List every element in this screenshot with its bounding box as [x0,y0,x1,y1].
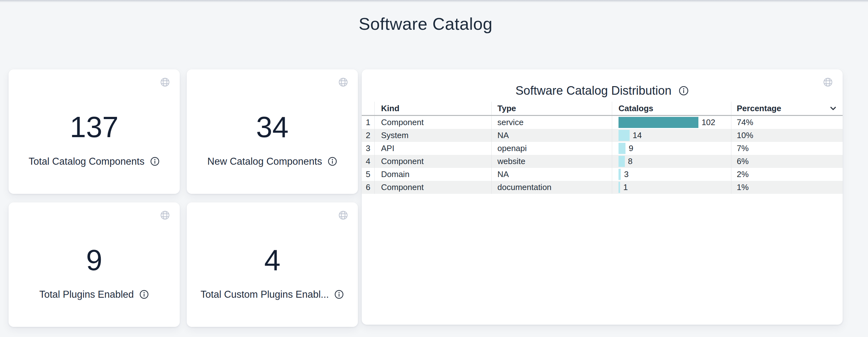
stat-label: Total Custom Plugins Enabl... [201,289,329,300]
kind-cell: Domain [374,168,491,181]
stat-card: 34New Catalog Components [187,69,358,194]
table-header-row: Kind Type Catalogs Percentage [362,102,843,116]
stat-value: 4 [264,245,280,275]
kind-cell: Component [374,116,491,129]
catalogs-bar [619,156,625,167]
column-header-catalogs[interactable]: Catalogs [612,102,731,115]
stat-card-content: 9Total Plugins Enabled [39,245,149,300]
kind-cell: Component [374,181,491,194]
kind-cell: Component [374,155,491,168]
stat-label: Total Catalog Components [29,156,144,167]
catalogs-value: 3 [624,169,628,179]
type-cell: openapi [491,142,612,155]
catalogs-cell: 102 [612,116,731,129]
stat-label: New Catalog Components [207,156,322,167]
column-header-percentage[interactable]: Percentage [731,102,843,115]
catalogs-cell: 1 [612,181,731,194]
globe-icon[interactable] [338,210,348,221]
stat-value: 137 [70,112,119,142]
percentage-cell: 6% [731,155,843,168]
stat-label-row: Total Plugins Enabled [39,289,149,300]
distribution-panel: Software Catalog Distribution Kind Type … [362,69,843,325]
column-header-kind[interactable]: Kind [374,102,491,115]
distribution-table: Kind Type Catalogs Percentage 1Component… [362,102,843,194]
type-cell: website [491,155,612,168]
type-cell: service [491,116,612,129]
percentage-cell: 10% [731,129,843,142]
row-index-cell: 4 [362,157,374,166]
catalogs-value: 102 [702,117,715,127]
globe-icon[interactable] [160,210,170,221]
catalogs-cell: 3 [612,168,731,181]
stat-label-row: New Catalog Components [207,156,337,167]
catalogs-cell: 14 [612,129,731,142]
stat-card-content: 137Total Catalog Components [29,112,159,167]
globe-icon[interactable] [338,77,348,88]
stat-card: 9Total Plugins Enabled [8,202,180,327]
catalogs-bar [619,143,625,154]
type-cell: NA [491,168,612,181]
column-header-type[interactable]: Type [491,102,612,115]
type-cell: documentation [491,181,612,194]
kind-cell: System [374,129,491,142]
globe-icon[interactable] [160,77,170,88]
stat-card: 4Total Custom Plugins Enabl... [187,202,358,327]
row-index-cell: 1 [362,117,374,127]
stat-cards-grid: 137Total Catalog Components34New Catalog… [8,69,358,327]
info-icon[interactable] [678,86,689,96]
catalogs-cell: 9 [612,142,731,155]
stat-card-content: 4Total Custom Plugins Enabl... [201,245,344,300]
row-index-cell: 3 [362,143,374,153]
table-row[interactable]: 2SystemNA1410% [362,129,843,142]
percentage-cell: 2% [731,168,843,181]
row-index-cell: 6 [362,182,374,192]
row-index-cell: 2 [362,131,374,140]
catalogs-value: 8 [628,157,632,166]
globe-icon[interactable] [823,77,833,88]
table-body: 1Componentservice10274%2SystemNA1410%3AP… [362,116,843,194]
catalogs-value: 14 [633,131,642,140]
percentage-cell: 7% [731,142,843,155]
kind-cell: API [374,142,491,155]
stat-label-row: Total Catalog Components [29,156,159,167]
table-row[interactable]: 1Componentservice10274% [362,116,843,129]
info-icon[interactable] [139,290,149,299]
catalogs-bar [619,182,620,193]
top-edge-shadow [0,0,868,3]
stat-value: 34 [256,112,288,142]
table-row[interactable]: 4Componentwebsite86% [362,155,843,168]
catalogs-bar [619,130,629,141]
stat-value: 9 [86,245,102,275]
catalogs-cell: 8 [612,155,731,168]
stat-card-content: 34New Catalog Components [207,112,337,167]
catalogs-value: 1 [623,182,628,192]
info-icon[interactable] [150,157,160,166]
percentage-cell: 74% [731,116,843,129]
catalogs-value: 9 [629,143,633,153]
info-icon[interactable] [328,157,337,166]
stat-card: 137Total Catalog Components [8,69,180,194]
table-row[interactable]: 5DomainNA32% [362,168,843,181]
panel-title-row: Software Catalog Distribution [362,81,843,100]
stat-label: Total Plugins Enabled [39,289,134,300]
chevron-down-icon[interactable] [829,104,838,113]
dashboard-layout: 137Total Catalog Components34New Catalog… [8,69,843,327]
catalogs-bar [619,117,699,128]
stat-label-row: Total Custom Plugins Enabl... [201,289,344,300]
type-cell: NA [491,129,612,142]
percentage-cell: 1% [731,181,843,194]
table-row[interactable]: 3APIopenapi97% [362,142,843,155]
panel-title: Software Catalog Distribution [516,84,672,98]
catalogs-bar [619,169,621,180]
info-icon[interactable] [334,290,344,299]
row-index-cell: 5 [362,169,374,179]
table-row[interactable]: 6Componentdocumentation11% [362,181,843,194]
page-title: Software Catalog [8,14,843,34]
